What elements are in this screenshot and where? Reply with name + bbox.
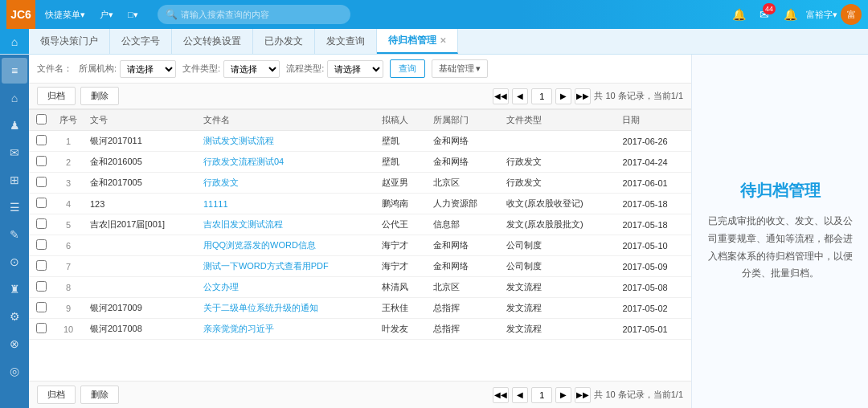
- user-menu-btn[interactable]: 户▾: [93, 0, 120, 29]
- row-id: 1: [53, 131, 84, 152]
- row-checkbox[interactable]: [36, 323, 47, 333]
- sidebar-user-icon[interactable]: ♟: [2, 112, 27, 138]
- row-type: 发文流程: [500, 277, 616, 298]
- row-dept: 总指挥: [427, 298, 501, 319]
- org-select[interactable]: 请选择: [120, 60, 176, 78]
- row-checkbox[interactable]: [36, 156, 47, 166]
- delete-btn-top[interactable]: 删除: [80, 87, 119, 105]
- query-button[interactable]: 查询: [390, 59, 425, 78]
- top-right-area: 🔔 ✉ 44 🔔 富裕字▾ 富: [729, 4, 862, 25]
- b-first-page-btn[interactable]: ◀◀: [493, 387, 509, 403]
- row-checkbox[interactable]: [36, 302, 47, 312]
- sidebar-eye-icon[interactable]: ◎: [2, 358, 27, 384]
- notification-btn[interactable]: 🔔: [780, 5, 800, 24]
- sidebar-home-icon[interactable]: ⌂: [2, 85, 27, 111]
- archive-btn-bottom[interactable]: 归档: [37, 386, 76, 404]
- row-checkbox[interactable]: [36, 177, 47, 187]
- sidebar-menu-icon[interactable]: ≡: [2, 58, 27, 84]
- b-last-page-btn[interactable]: ▶▶: [575, 387, 591, 403]
- row-type: 发文(原农股股批文): [500, 214, 616, 235]
- prev-page-btn[interactable]: ◀: [512, 88, 528, 104]
- first-page-btn[interactable]: ◀◀: [493, 88, 509, 104]
- b-prev-page-btn[interactable]: ◀: [512, 387, 528, 403]
- tab-leadership[interactable]: 领导决策门户: [29, 29, 110, 54]
- sidebar-grid-icon[interactable]: ⊞: [2, 167, 27, 193]
- filter-recordtype: 流程类型: 请选择: [286, 60, 383, 78]
- quick-menu-btn[interactable]: 快捷菜单▾: [39, 0, 92, 29]
- archive-btn-top[interactable]: 归档: [37, 87, 76, 105]
- row-title[interactable]: 公文办理: [197, 277, 375, 298]
- row-checkbox[interactable]: [36, 239, 47, 250]
- tab-docnum[interactable]: 公文字号: [110, 29, 172, 54]
- row-docnum: 吉农旧2017届[001]: [84, 214, 197, 235]
- sidebar-settings-icon[interactable]: ⚙: [2, 304, 27, 329]
- user-menu[interactable]: 富裕字▾ 富: [806, 4, 862, 25]
- row-author: 壁凯: [375, 131, 426, 152]
- row-author: 壁凯: [375, 152, 426, 173]
- row-checkbox-cell: [29, 319, 53, 340]
- row-title[interactable]: 用QQ浏览器发的WORD信息: [197, 235, 375, 256]
- basic-manage-button[interactable]: 基础管理 ▾: [432, 59, 488, 78]
- row-checkbox-cell: [29, 214, 53, 235]
- last-page-btn[interactable]: ▶▶: [575, 88, 591, 104]
- filetype-select[interactable]: 请选择: [223, 60, 280, 78]
- row-title[interactable]: 亲亲觉觉的习近乎: [197, 319, 375, 340]
- row-checkbox-cell: [29, 131, 53, 152]
- bell-btn[interactable]: 🔔: [729, 5, 748, 24]
- tab-sent[interactable]: 已办发文: [253, 29, 315, 54]
- row-date: 2017-05-18: [616, 194, 691, 214]
- select-all-checkbox[interactable]: [36, 114, 47, 124]
- row-id: 7: [53, 256, 84, 277]
- row-title[interactable]: 关于二级单位系统升级的通知: [197, 298, 375, 319]
- avatar: 富: [841, 4, 862, 25]
- tab-archive[interactable]: 待归档管理 ✕: [377, 29, 458, 54]
- next-page-btn[interactable]: ▶: [555, 88, 571, 104]
- recordtype-select[interactable]: 请选择: [327, 60, 383, 78]
- row-author: 海宁才: [375, 256, 426, 277]
- row-id: 3: [53, 173, 84, 194]
- sidebar-chat-icon[interactable]: ✉: [2, 140, 27, 165]
- b-next-page-btn[interactable]: ▶: [555, 387, 571, 403]
- row-dept: 信息部: [427, 214, 501, 235]
- home-btn[interactable]: ⌂: [0, 29, 29, 54]
- row-checkbox-cell: [29, 298, 53, 319]
- sidebar-persons-icon[interactable]: ♜: [2, 276, 27, 302]
- row-author: 海宁才: [375, 235, 426, 256]
- row-title[interactable]: 行政发文流程测试04: [197, 152, 375, 173]
- table-row: 9 银河2017009 关于二级单位系统升级的通知 王秋佳 总指挥 发文流程 2…: [29, 298, 691, 319]
- row-checkbox[interactable]: [36, 135, 47, 145]
- page-input[interactable]: [531, 88, 552, 104]
- b-page-input[interactable]: [531, 387, 552, 403]
- sidebar-doc-icon[interactable]: ☰: [2, 194, 27, 220]
- row-checkbox[interactable]: [36, 198, 47, 208]
- row-date: 2017-05-08: [616, 277, 691, 298]
- row-checkbox[interactable]: [36, 281, 47, 292]
- tab-close-icon[interactable]: ✕: [440, 36, 446, 45]
- row-date: 2017-05-02: [616, 298, 691, 319]
- sidebar-link-icon[interactable]: ⊗: [2, 331, 27, 357]
- row-id: 2: [53, 152, 84, 173]
- tab-query[interactable]: 发文查询: [315, 29, 377, 54]
- row-title[interactable]: 测试一下WORD方式查看用PDF: [197, 256, 375, 277]
- row-type: 行政发文: [500, 152, 616, 173]
- main-layout: ≡ ⌂ ♟ ✉ ⊞ ☰ ✎ ⊙ ♜ ⚙ ⊗ ◎ 文件名： 所属机构: 请选择 文…: [0, 55, 868, 408]
- tab-convert[interactable]: 公文转换设置: [172, 29, 253, 54]
- sidebar-edit-icon[interactable]: ✎: [2, 222, 27, 247]
- row-checkbox-cell: [29, 256, 53, 277]
- row-title[interactable]: 测试发文测试流程: [197, 131, 375, 152]
- sidebar-search-icon[interactable]: ⊙: [2, 249, 27, 275]
- right-panel-title: 待归档管理: [740, 180, 821, 202]
- row-title[interactable]: 行政发文: [197, 173, 375, 194]
- row-title[interactable]: 11111: [197, 194, 375, 214]
- delete-btn-bottom[interactable]: 删除: [80, 386, 119, 404]
- row-author: 公代王: [375, 214, 426, 235]
- row-type: [500, 131, 616, 152]
- row-docnum: [84, 235, 197, 256]
- message-btn[interactable]: ✉ 44: [755, 5, 774, 24]
- row-title[interactable]: 吉农旧发文测试流程: [197, 214, 375, 235]
- row-checkbox[interactable]: [36, 260, 47, 271]
- table-row: 2 金和2016005 行政发文流程测试04 壁凯 金和网络 行政发文 2017…: [29, 152, 691, 173]
- search-input[interactable]: [181, 10, 342, 19]
- row-checkbox[interactable]: [36, 218, 47, 229]
- window-menu-btn[interactable]: □▾: [121, 0, 145, 29]
